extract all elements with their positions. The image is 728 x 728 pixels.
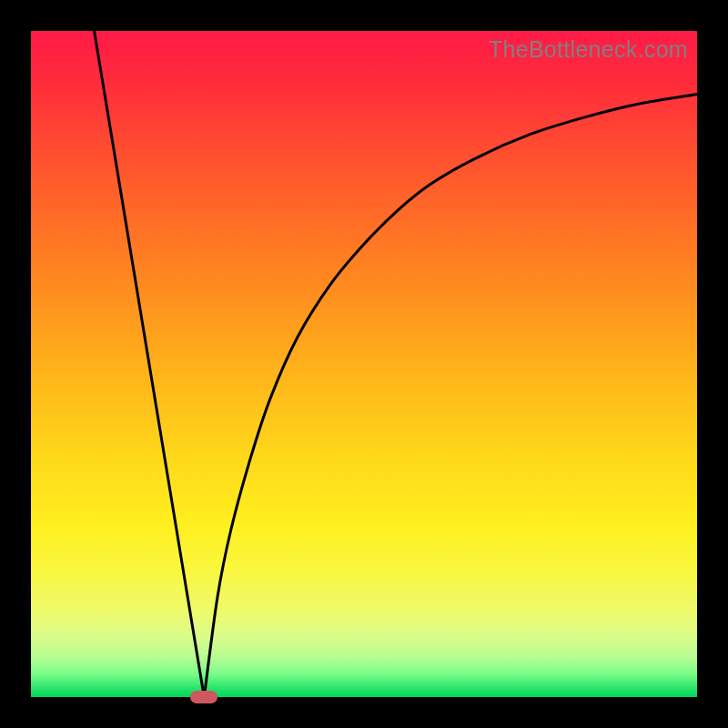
chart-curve [31,31,697,697]
minimum-marker [190,691,217,703]
curve-path [95,31,697,697]
plot-area: TheBottleneck.com [31,31,697,697]
chart-frame: TheBottleneck.com [0,0,728,728]
